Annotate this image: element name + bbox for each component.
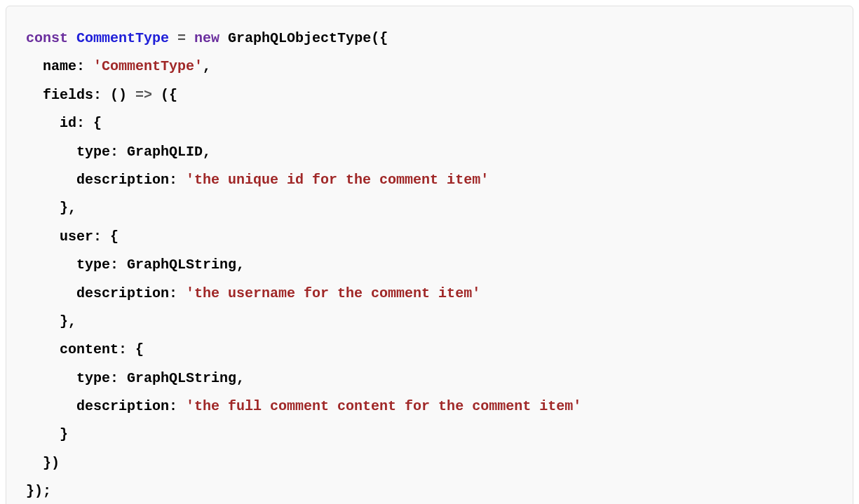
punct: }) xyxy=(43,455,60,471)
punct: }, xyxy=(60,313,76,329)
indent xyxy=(26,58,43,74)
punct: { xyxy=(85,115,102,131)
code-line: } xyxy=(26,426,68,442)
indent xyxy=(26,370,76,386)
indent xyxy=(26,426,60,442)
code-line: id: { xyxy=(26,115,102,131)
property-name: name: xyxy=(43,58,85,74)
property-name: type: xyxy=(76,370,119,386)
code-line: }, xyxy=(26,313,76,329)
space xyxy=(85,58,93,74)
space xyxy=(177,285,186,301)
property-name: description: xyxy=(76,398,177,414)
indent xyxy=(26,398,76,414)
code-line: name: 'CommentType', xyxy=(26,58,211,74)
indent xyxy=(26,341,60,357)
code-block: const CommentType = new GraphQLObjectTyp… xyxy=(6,6,853,504)
code-line: type: GraphQLID, xyxy=(26,144,211,160)
indent xyxy=(26,200,60,216)
indent xyxy=(26,144,76,160)
property-name: type: xyxy=(76,257,119,273)
space: () xyxy=(102,87,135,103)
code-line: description: 'the unique id for the comm… xyxy=(26,172,489,188)
call-expr: GraphQLObjectType({ xyxy=(219,30,388,46)
keyword-new: new xyxy=(194,30,219,46)
punct: }); xyxy=(26,483,51,499)
indent xyxy=(26,455,43,471)
code-line: description: 'the full comment content f… xyxy=(26,398,581,414)
keyword-const: const xyxy=(26,30,68,46)
indent xyxy=(26,229,60,245)
code-line: type: GraphQLString, xyxy=(26,370,245,386)
string-literal: 'the full comment content for the commen… xyxy=(186,398,581,414)
code-line: content: { xyxy=(26,341,144,357)
property-name: description: xyxy=(76,285,177,301)
indent xyxy=(26,257,76,273)
punct: ({ xyxy=(152,87,177,103)
code-line: }, xyxy=(26,200,76,216)
code-line: }); xyxy=(26,483,51,499)
code-line: const CommentType = new GraphQLObjectTyp… xyxy=(26,30,388,46)
value: GraphQLString, xyxy=(119,257,245,273)
property-name: type: xyxy=(76,144,119,160)
code-line: type: GraphQLString, xyxy=(26,257,245,273)
punct: }, xyxy=(60,200,76,216)
indent xyxy=(26,285,76,301)
indent xyxy=(26,313,60,329)
punct: { xyxy=(127,341,144,357)
code-line: fields: () => ({ xyxy=(26,87,177,103)
property-name: user: xyxy=(60,229,102,245)
property-name: fields: xyxy=(43,87,102,103)
string-literal: 'the unique id for the comment item' xyxy=(186,172,489,188)
value: GraphQLString, xyxy=(119,370,245,386)
string-literal: 'the username for the comment item' xyxy=(186,285,480,301)
variable-name: CommentType xyxy=(76,30,169,46)
arrow-function: => xyxy=(135,87,152,103)
indent xyxy=(26,172,76,188)
space xyxy=(68,30,76,46)
space xyxy=(177,398,186,414)
punct: } xyxy=(60,426,68,442)
indent xyxy=(26,87,43,103)
property-name: content: xyxy=(60,341,127,357)
code-line: description: 'the username for the comme… xyxy=(26,285,480,301)
space xyxy=(177,172,186,188)
string-literal: 'CommentType' xyxy=(93,58,203,74)
code-line: user: { xyxy=(26,229,119,245)
property-name: id: xyxy=(60,115,85,131)
punct: { xyxy=(102,229,119,245)
value: GraphQLID, xyxy=(119,144,211,160)
code-line: }) xyxy=(26,455,60,471)
operator-equals: = xyxy=(169,30,194,46)
indent xyxy=(26,115,60,131)
punct: , xyxy=(203,58,211,74)
property-name: description: xyxy=(76,172,177,188)
